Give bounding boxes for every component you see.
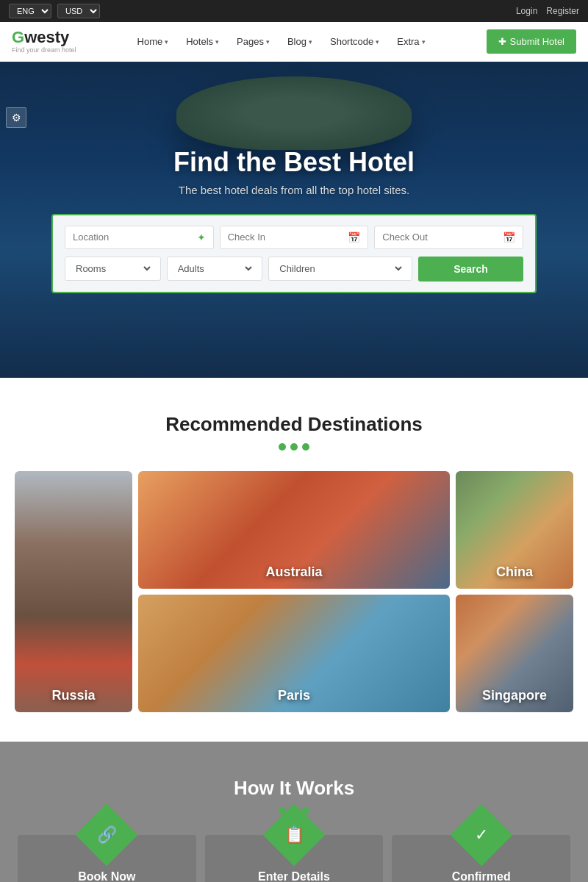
hero-section: ⚙ Find the Best Hotel The best hotel dea…	[0, 62, 588, 378]
register-link[interactable]: Register	[546, 6, 579, 16]
destination-paris[interactable]: Paris	[138, 595, 450, 712]
adults-select[interactable]: Adults123	[175, 262, 255, 275]
clipboard-icon: 📋	[284, 825, 304, 845]
destination-russia[interactable]: Russia	[15, 471, 132, 712]
children-select-wrap[interactable]: Children012	[268, 257, 412, 281]
chevron-down-icon: ▾	[266, 38, 270, 46]
chevron-down-icon: ▾	[165, 38, 168, 46]
nav-hotels[interactable]: Hotels ▾	[179, 30, 226, 53]
location-icon: ✦	[197, 232, 206, 243]
checkmark-icon: ✓	[475, 825, 488, 845]
hero-subtitle: The best hotel deals from all the top ho…	[179, 184, 409, 196]
how-step-1: 🔗 Book Now Lorem ipsum dolor sit amet, c…	[18, 835, 196, 882]
link-icon: 🔗	[97, 825, 117, 845]
step3-title: Confirmed	[452, 870, 511, 882]
how-title: How It Works	[18, 777, 570, 800]
checkin-input-wrap[interactable]: 📅	[220, 226, 369, 249]
logo-name: Gwesty	[12, 29, 76, 46]
logo[interactable]: Gwesty Find your dream hotel	[12, 29, 76, 54]
nav-extra[interactable]: Extra ▾	[390, 30, 432, 53]
navbar: Gwesty Find your dream hotel Home ▾ Hote…	[0, 22, 588, 62]
nav-pages[interactable]: Pages ▾	[229, 30, 277, 53]
destination-singapore[interactable]: Singapore	[456, 595, 573, 712]
language-select[interactable]: ENGFRES	[9, 4, 51, 18]
children-select[interactable]: Children012	[276, 262, 404, 275]
dot-1	[279, 443, 286, 451]
chevron-down-icon: ▾	[422, 38, 426, 46]
top-bar: ENGFRES USDEURGBP Login Register	[0, 0, 588, 22]
nav-shortcode[interactable]: Shortcode ▾	[323, 30, 387, 53]
login-link[interactable]: Login	[516, 6, 537, 16]
nav-home[interactable]: Home ▾	[130, 30, 176, 53]
currency-select[interactable]: USDEURGBP	[57, 4, 100, 18]
destination-australia[interactable]: Australia	[138, 471, 450, 589]
destinations-section: Recommended Destinations Australia Russi…	[0, 378, 588, 742]
search-row-1: ✦ 📅 📅	[65, 226, 523, 249]
rooms-select[interactable]: Rooms123	[73, 262, 153, 275]
how-step-2: 📋 Enter Details Lorem ipsum dolor sit am…	[205, 835, 384, 882]
logo-tagline: Find your dream hotel	[12, 47, 76, 54]
nav-links: Home ▾ Hotels ▾ Pages ▾ Blog ▾ Shortcode…	[130, 30, 433, 53]
dot-2	[290, 443, 298, 451]
checkout-input-wrap[interactable]: 📅	[374, 226, 523, 249]
checkout-input[interactable]	[382, 232, 500, 243]
hero-title: Find the Best Hotel	[173, 147, 415, 178]
rooms-select-wrap[interactable]: Rooms123	[65, 257, 161, 281]
destination-china[interactable]: China	[456, 471, 573, 589]
submit-hotel-button[interactable]: ✚ Submit Hotel	[487, 29, 576, 54]
how-it-works-section: How It Works 🔗 Book Now Lorem ipsum dolo…	[0, 742, 588, 882]
russia-bg	[15, 471, 132, 712]
australia-label: Australia	[265, 564, 322, 580]
checkin-input[interactable]	[228, 232, 345, 243]
search-box: ✦ 📅 📅 Rooms123	[51, 214, 537, 293]
russia-label: Russia	[51, 688, 95, 703]
step1-title: Book Now	[78, 870, 135, 882]
top-bar-right: Login Register	[516, 6, 579, 16]
chevron-down-icon: ▾	[215, 38, 219, 46]
search-row-2: Rooms123 Adults123 Children012 Search	[65, 257, 523, 282]
chevron-down-icon: ▾	[376, 38, 379, 46]
adults-select-wrap[interactable]: Adults123	[167, 257, 263, 281]
nav-blog[interactable]: Blog ▾	[280, 30, 320, 53]
china-label: China	[496, 564, 533, 580]
how-grid: 🔗 Book Now Lorem ipsum dolor sit amet, c…	[18, 835, 570, 882]
top-bar-left: ENGFRES USDEURGBP	[9, 4, 100, 18]
step2-title: Enter Details	[258, 870, 330, 882]
calendar-icon: 📅	[503, 232, 515, 243]
section-dots	[12, 443, 576, 451]
hero-content: Find the Best Hotel The best hotel deals…	[0, 62, 588, 378]
how-step-3: ✓ Confirmed Lorem ipsum dolor sit amet, …	[392, 835, 570, 882]
calendar-icon: 📅	[348, 232, 360, 243]
location-input[interactable]	[73, 232, 194, 243]
chevron-down-icon: ▾	[309, 38, 312, 46]
singapore-label: Singapore	[482, 688, 547, 703]
paris-label: Paris	[278, 688, 310, 703]
dot-3	[302, 443, 309, 451]
plus-icon: ✚	[498, 36, 506, 47]
location-input-wrap[interactable]: ✦	[65, 226, 214, 249]
search-button[interactable]: Search	[418, 257, 523, 282]
destinations-grid: Australia Russia China Paris Singapore	[15, 471, 573, 712]
destinations-title: Recommended Destinations	[12, 413, 576, 436]
